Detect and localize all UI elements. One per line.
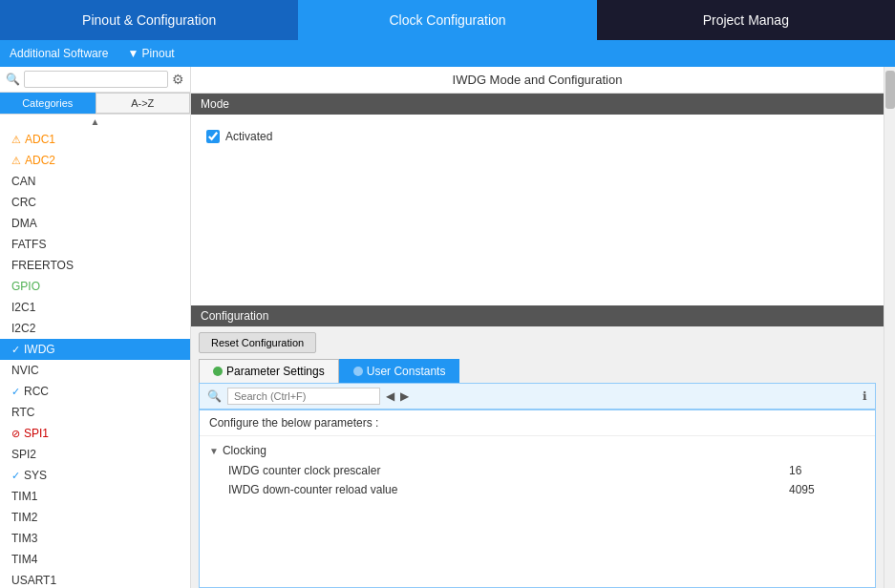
nav-project[interactable]: Project Manag <box>597 0 895 40</box>
sidebar-item-iwdg[interactable]: ✓ IWDG <box>0 339 190 360</box>
sidebar-item-can[interactable]: CAN <box>0 171 190 192</box>
scroll-thumb[interactable] <box>885 71 895 109</box>
param-search-bar: 🔍 ◀ ▶ ℹ <box>199 383 876 410</box>
tab-parameter-settings-label: Parameter Settings <box>226 365 325 378</box>
tab-parameter-settings[interactable]: Parameter Settings <box>199 359 339 383</box>
search-icon: 🔍 <box>207 389 222 403</box>
clocking-header[interactable]: ▼ Clocking <box>200 440 875 461</box>
sidebar-item-label: CAN <box>11 175 35 188</box>
clocking-row-1: IWDG down-counter reload value 4095 <box>200 480 875 499</box>
sidebar-item-spi2[interactable]: SPI2 <box>0 444 190 465</box>
nav-pinout[interactable]: Pinout & Configuration <box>0 0 298 40</box>
param-name-0: IWDG counter clock prescaler <box>228 464 789 477</box>
sidebar-item-tim1[interactable]: TIM1 <box>0 486 190 507</box>
sidebar-item-label: TIM4 <box>11 553 37 566</box>
search-icon: 🔍 <box>6 73 20 86</box>
prev-arrow-icon[interactable]: ◀ <box>386 389 394 403</box>
activated-label: Activated <box>225 130 272 143</box>
config-params-label: Configure the below parameters : <box>200 410 875 436</box>
sidebar-item-label: RTC <box>11 406 34 419</box>
sidebar-item-label: DMA <box>11 217 37 230</box>
clocking-group-label: Clocking <box>223 444 266 457</box>
nav-clock[interactable]: Clock Configuration <box>298 0 596 40</box>
sidebar-search-input[interactable] <box>24 71 168 88</box>
check-icon: ✓ <box>11 386 20 398</box>
sidebar-item-gpio[interactable]: GPIO <box>0 276 190 297</box>
sidebar-item-i2c1[interactable]: I2C1 <box>0 297 190 318</box>
nav-pinout-dropdown[interactable]: ▼ Pinout <box>127 47 174 60</box>
scroll-up-icon[interactable]: ▲ <box>91 116 100 127</box>
activated-checkbox[interactable] <box>206 130 220 143</box>
sidebar-item-i2c2[interactable]: I2C2 <box>0 318 190 339</box>
sidebar-item-freertos[interactable]: FREERTOS <box>0 255 190 276</box>
sidebar-item-label: I2C2 <box>11 322 35 335</box>
sidebar-item-label: RCC <box>24 385 49 398</box>
sidebar-search-row: 🔍 ⚙ <box>0 67 190 93</box>
tab-dot-icon <box>213 367 223 376</box>
clocking-group: ▼ Clocking IWDG counter clock prescaler … <box>200 436 875 503</box>
config-section: Reset Configuration Parameter Settings U… <box>191 326 884 588</box>
tab-categories[interactable]: Categories <box>0 93 96 114</box>
sidebar-item-label: TIM1 <box>11 490 37 503</box>
top-navigation: Pinout & Configuration Clock Configurati… <box>0 0 895 40</box>
sidebar-item-sys[interactable]: ✓ SYS <box>0 465 190 486</box>
clocking-row-0: IWDG counter clock prescaler 16 <box>200 461 875 480</box>
collapse-icon: ▼ <box>209 446 219 456</box>
sidebar-item-label: ADC2 <box>25 154 55 167</box>
next-arrow-icon[interactable]: ▶ <box>400 389 409 403</box>
sidebar-item-spi1[interactable]: ⊘ SPI1 <box>0 423 190 444</box>
check-icon: ✓ <box>11 344 20 356</box>
tab-dot-icon <box>353 367 363 376</box>
config-tabs: Parameter Settings User Constants <box>199 359 876 383</box>
sidebar-item-label: NVIC <box>11 364 39 377</box>
sidebar-item-dma[interactable]: DMA <box>0 213 190 234</box>
mode-area: Activated <box>191 115 884 305</box>
check-icon: ✓ <box>11 470 20 482</box>
warning-icon: ⚠ <box>11 134 21 146</box>
sidebar-item-label: CRC <box>11 196 36 209</box>
sidebar-item-adc2[interactable]: ⚠ ADC2 <box>0 150 190 171</box>
param-name-1: IWDG down-counter reload value <box>228 483 789 496</box>
sidebar-item-tim3[interactable]: TIM3 <box>0 528 190 549</box>
sidebar-items-list: ⚠ ADC1 ⚠ ADC2 CAN CRC DMA FATFS FREERTOS <box>0 129 190 588</box>
sidebar-item-tim4[interactable]: TIM4 <box>0 549 190 570</box>
main-layout: 🔍 ⚙ Categories A->Z ▲ ⚠ ADC1 ⚠ ADC2 CAN <box>0 67 895 588</box>
sidebar-item-label: GPIO <box>11 280 40 293</box>
sidebar-item-label: SPI1 <box>24 427 49 440</box>
sidebar-item-label: TIM3 <box>11 532 37 545</box>
sidebar-item-label: TIM2 <box>11 511 37 524</box>
right-scrollbar[interactable] <box>884 67 895 588</box>
sidebar-item-label: SPI2 <box>11 448 36 461</box>
sidebar-item-rcc[interactable]: ✓ RCC <box>0 381 190 402</box>
sidebar-item-adc1[interactable]: ⚠ ADC1 <box>0 129 190 150</box>
tab-az[interactable]: A->Z <box>96 93 191 114</box>
second-navigation: Additional Software ▼ Pinout <box>0 40 895 67</box>
sidebar-item-label: SYS <box>24 469 47 482</box>
gear-icon[interactable]: ⚙ <box>172 72 184 87</box>
param-search-input[interactable] <box>227 388 380 405</box>
config-section-header: Configuration <box>191 305 884 326</box>
sidebar-item-label: FATFS <box>11 238 46 251</box>
reset-configuration-button[interactable]: Reset Configuration <box>199 332 316 353</box>
scroll-up-area: ▲ <box>0 115 190 129</box>
tab-user-constants[interactable]: User Constants <box>339 359 460 383</box>
param-value-1: 4095 <box>789 483 846 496</box>
sidebar-item-label: I2C1 <box>11 301 35 314</box>
sidebar-tabs: Categories A->Z <box>0 93 190 115</box>
sidebar-item-label: IWDG <box>24 343 55 356</box>
no-circle-icon: ⊘ <box>11 428 20 440</box>
activated-row: Activated <box>206 130 868 143</box>
sidebar-item-label: FREERTOS <box>11 259 74 272</box>
info-icon[interactable]: ℹ <box>863 389 867 403</box>
sidebar-item-tim2[interactable]: TIM2 <box>0 507 190 528</box>
sidebar-item-rtc[interactable]: RTC <box>0 402 190 423</box>
sidebar-item-label: USART1 <box>11 574 56 587</box>
sidebar-item-fatfs[interactable]: FATFS <box>0 234 190 255</box>
sidebar-item-usart1[interactable]: USART1 <box>0 570 190 588</box>
nav-additional-software[interactable]: Additional Software <box>10 47 108 60</box>
sidebar: 🔍 ⚙ Categories A->Z ▲ ⚠ ADC1 ⚠ ADC2 CAN <box>0 67 191 588</box>
sidebar-item-crc[interactable]: CRC <box>0 192 190 213</box>
content-area: IWDG Mode and Configuration Mode Activat… <box>191 67 884 588</box>
content-title: IWDG Mode and Configuration <box>191 67 884 94</box>
sidebar-item-nvic[interactable]: NVIC <box>0 360 190 381</box>
